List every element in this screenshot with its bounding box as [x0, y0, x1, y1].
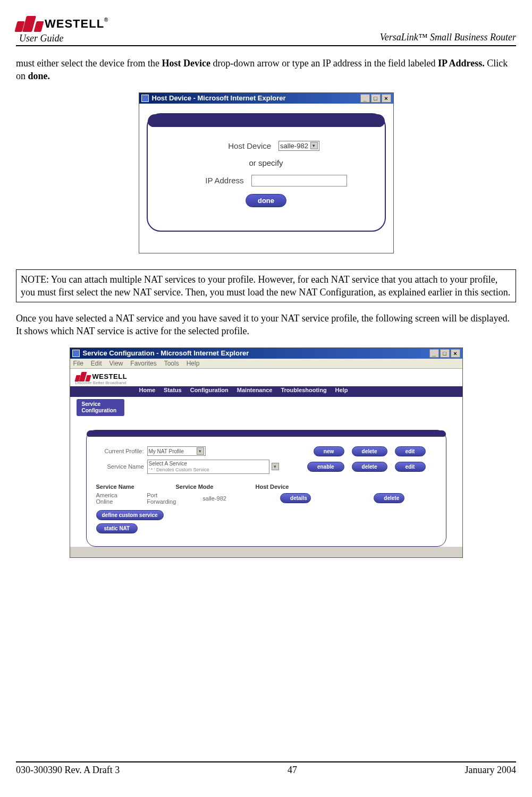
details-button[interactable]: details	[280, 493, 311, 503]
service-table-row: America Online Port Forwarding salle-982…	[96, 492, 436, 505]
figure-service-config: Service Configuration - Microsoft Intern…	[16, 347, 516, 558]
note-box: NOTE: You can attach multiple NAT servic…	[16, 269, 516, 303]
delete-profile-button[interactable]: delete	[352, 446, 387, 456]
westell-logo: WESTELL®	[16, 16, 108, 32]
edit-profile-button[interactable]: edit	[395, 446, 426, 456]
nav-configuration[interactable]: Configuration	[190, 387, 229, 393]
window-buttons: _ □ ×	[360, 94, 391, 103]
brand-marks-icon	[75, 372, 90, 381]
menu-tools[interactable]: Tools	[164, 360, 179, 367]
nav-maintenance[interactable]: Maintenance	[237, 387, 273, 393]
minimize-button[interactable]: _	[429, 349, 439, 358]
ie-window-host-device: Host Device - Microsoft Internet Explore…	[139, 92, 394, 253]
enable-button[interactable]: enable	[307, 462, 344, 472]
config-panel: Current Profile: My NAT Profile ▾ new de…	[86, 430, 446, 547]
minimize-button[interactable]: _	[360, 94, 370, 103]
main-nav: Home Status Configuration Maintenance Tr…	[70, 386, 462, 397]
menu-file[interactable]: File	[73, 360, 83, 367]
ip-address-input[interactable]	[251, 175, 347, 186]
footer-revision: 030-300390 Rev. A Draft 3	[16, 765, 120, 776]
edit-service-button[interactable]: edit	[395, 462, 426, 472]
window-title-2: Service Configuration - Microsoft Intern…	[83, 349, 249, 357]
figure-host-device: Host Device - Microsoft Internet Explore…	[16, 92, 516, 253]
page-header: WESTELL® User Guide VersaLink™ Small Bus…	[16, 16, 516, 46]
ie-icon	[141, 95, 149, 102]
service-table-header: Service Name Service Mode Host Device	[96, 484, 436, 490]
td-service-name: America Online	[96, 492, 121, 505]
followup-paragraph: Once you have selected a NAT service and…	[16, 312, 516, 338]
ip-address-label: IP Address	[185, 176, 244, 185]
nav-status[interactable]: Status	[164, 387, 182, 393]
page-footer: 030-300390 Rev. A Draft 3 47 January 200…	[16, 761, 516, 776]
subnav-service-config[interactable]: Service Configuration	[77, 399, 124, 416]
host-device-select[interactable]: salle-982 ▾	[278, 141, 319, 151]
chevron-down-icon: ▾	[310, 142, 318, 149]
menu-favorites[interactable]: Favorites	[130, 360, 156, 367]
footer-page-number: 47	[288, 765, 297, 776]
current-profile-select[interactable]: My NAT Profile ▾	[147, 446, 206, 456]
menu-help[interactable]: Help	[187, 360, 200, 367]
titlebar-2: Service Configuration - Microsoft Intern…	[70, 348, 462, 359]
host-device-panel: Host Device salle-982 ▾ or specify IP Ad…	[147, 113, 386, 232]
service-name-select[interactable]: Select A Service ' * ' Denotes Custom Se…	[147, 460, 269, 474]
intro-paragraph: must either select the device from the H…	[16, 57, 516, 83]
or-specify-label: or specify	[249, 158, 283, 167]
chevron-down-icon: ▾	[197, 447, 204, 455]
th-service-mode: Service Mode	[176, 484, 229, 490]
close-button[interactable]: ×	[382, 94, 391, 103]
host-device-label: Host Device	[213, 141, 271, 150]
chevron-down-icon: ▾	[272, 463, 279, 470]
static-nat-button[interactable]: static NAT	[96, 523, 138, 533]
ie-window-service-config: Service Configuration - Microsoft Intern…	[70, 347, 463, 558]
ie-menubar: File Edit View Favorites Tools Help	[70, 359, 462, 369]
th-host-device: Host Device	[256, 484, 309, 490]
window-buttons-2: _ □ ×	[429, 349, 460, 358]
new-button[interactable]: new	[314, 446, 344, 456]
delete-row-button[interactable]: delete	[374, 493, 404, 503]
nav-home[interactable]: Home	[139, 387, 156, 393]
done-button[interactable]: done	[246, 194, 286, 207]
td-service-mode: Port Forwarding	[147, 492, 176, 505]
logo-marks-icon	[16, 16, 43, 32]
nav-troubleshooting[interactable]: Troubleshooting	[281, 387, 326, 393]
brand-name: WESTELL®	[45, 17, 108, 31]
product-name: VersaLink™ Small Business Router	[380, 32, 516, 43]
subnav: Service Configuration	[70, 397, 462, 416]
close-button[interactable]: ×	[451, 349, 460, 358]
td-host-device: salle-982	[202, 495, 227, 502]
define-custom-service-button[interactable]: define custom service	[96, 510, 164, 520]
nav-help[interactable]: Help	[335, 387, 348, 393]
delete-service-button[interactable]: delete	[352, 462, 387, 472]
logo-block: WESTELL® User Guide	[16, 16, 108, 44]
th-service-name: Service Name	[96, 484, 149, 490]
maximize-button[interactable]: □	[440, 349, 450, 358]
ie-icon	[72, 350, 80, 357]
user-guide-label: User Guide	[19, 33, 64, 44]
footer-date: January 2004	[465, 765, 516, 776]
maximize-button[interactable]: □	[371, 94, 381, 103]
menu-view[interactable]: View	[109, 360, 123, 367]
current-profile-label: Current Profile:	[96, 448, 144, 454]
menu-edit[interactable]: Edit	[91, 360, 102, 367]
service-name-label: Service Name	[96, 463, 144, 470]
brand-row: WESTELL Discover Better Broadband	[70, 369, 462, 386]
window-title: Host Device - Microsoft Internet Explore…	[152, 94, 286, 102]
titlebar: Host Device - Microsoft Internet Explore…	[139, 93, 393, 104]
brand-text: WESTELL	[92, 372, 128, 380]
